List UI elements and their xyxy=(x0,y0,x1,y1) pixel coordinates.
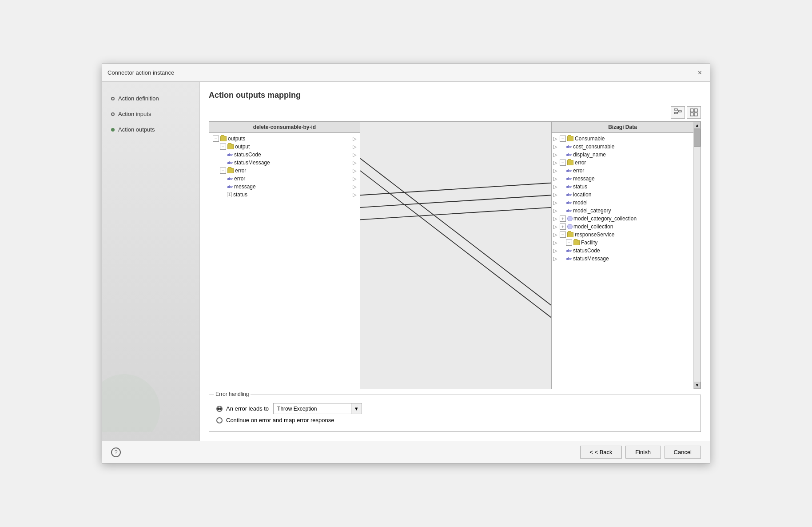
rt-cost_consumable: ▷ abc cost_consumable xyxy=(552,143,693,151)
arr-rt-sm2: ▷ xyxy=(553,256,559,262)
folder-icon-outputs xyxy=(220,136,227,141)
abc-rt-sc2: abc xyxy=(566,248,572,253)
label-message: message xyxy=(234,184,256,190)
abc-rt-location: abc xyxy=(566,192,572,197)
sidebar: Action definition Action inputs Action o… xyxy=(102,82,200,441)
error-row-2: Continue on error and map error response xyxy=(216,417,693,423)
arrow-statusMessage: ▷ xyxy=(353,160,358,166)
error-row-1: An error leads to Throw Exception ▾ xyxy=(216,403,693,414)
arr-rt-Facility: ▷ xyxy=(553,240,559,246)
sidebar-item-action-definition[interactable]: Action definition xyxy=(102,91,199,106)
footer-left: ? xyxy=(111,447,121,457)
folder-icon-output xyxy=(227,144,234,149)
content-area: Action definition Action inputs Action o… xyxy=(102,82,710,441)
toolbar-btn-1[interactable] xyxy=(671,106,685,119)
tree-item-outputs: − outputs ▷ xyxy=(209,135,360,143)
rt-message: ▷ abc message xyxy=(552,175,693,183)
right-panel: Bizagi Data ▷ − Consumable ▷ xyxy=(551,122,693,389)
svg-rect-6 xyxy=(694,109,697,112)
exp-rt-rs[interactable]: − xyxy=(560,232,566,238)
help-button[interactable]: ? xyxy=(111,447,121,457)
arr-cost: ▷ xyxy=(553,144,559,150)
arrow-error: ▷ xyxy=(353,168,358,174)
exp-rt-mc[interactable]: + xyxy=(560,224,566,230)
scroll-thumb[interactable] xyxy=(694,129,701,147)
exp-rt-Facility[interactable]: − xyxy=(566,240,572,246)
scroll-up-btn[interactable]: ▲ xyxy=(694,122,701,129)
finish-button[interactable]: Finish xyxy=(625,446,661,459)
label-error: error xyxy=(235,168,246,174)
sidebar-bullet-2 xyxy=(111,112,115,116)
radio-an-error[interactable] xyxy=(216,406,223,412)
dialog: Connector action instance × Action defin… xyxy=(102,64,710,463)
coll-icon-mcc xyxy=(567,216,573,221)
mapping-inner: delete-consumable-by-id − outputs ▷ xyxy=(209,122,701,389)
arr-rt-mcc: ▷ xyxy=(553,216,559,222)
rt-Facility: ▷ − Facility xyxy=(552,239,693,247)
dropdown-arrow[interactable]: ▾ xyxy=(351,403,362,414)
svg-rect-0 xyxy=(674,109,677,110)
throw-exception-dropdown[interactable]: Throw Exception ▾ xyxy=(273,403,362,414)
arr-rt-rs: ▷ xyxy=(553,232,559,238)
error-handling-section: Error handling An error leads to Throw E… xyxy=(209,395,701,432)
abc-icon-message: abc xyxy=(227,184,233,189)
abc-cost: abc xyxy=(566,144,572,149)
title-bar: Connector action instance × xyxy=(102,64,710,82)
svg-line-9 xyxy=(360,159,551,306)
cancel-button[interactable]: Cancel xyxy=(665,446,701,459)
watermark-circle xyxy=(102,374,160,432)
label-outputs: outputs xyxy=(228,136,245,142)
svg-line-12 xyxy=(360,195,551,208)
label-rt-model: model xyxy=(573,200,588,206)
rt-model: ▷ abc model xyxy=(552,199,693,207)
expand-error[interactable]: − xyxy=(220,168,226,174)
rt-statusMessage2: ▷ abc statusMessage xyxy=(552,255,693,263)
expand-outputs[interactable]: − xyxy=(213,136,219,142)
tree-item-status: 1 status ▷ xyxy=(209,191,360,199)
dialog-title: Connector action instance xyxy=(107,69,174,76)
tree-item-message: abc message ▷ xyxy=(209,183,360,191)
sidebar-watermark xyxy=(102,137,199,432)
toolbar-btn-2[interactable] xyxy=(687,106,701,119)
tree-item-statusCode: abc statusCode ▷ xyxy=(209,151,360,159)
exp-Consumable[interactable]: − xyxy=(560,136,566,142)
rt-Consumable: ▷ − Consumable xyxy=(552,135,693,143)
mapping-area: delete-consumable-by-id − outputs ▷ xyxy=(209,121,701,389)
mapping-icon xyxy=(674,108,682,116)
label-rt-status: status xyxy=(573,184,587,190)
svg-line-11 xyxy=(360,183,551,196)
sidebar-item-action-inputs[interactable]: Action inputs xyxy=(102,106,199,122)
arr-rt-error2: ▷ xyxy=(553,168,559,174)
label-rt-error2: error xyxy=(573,168,584,174)
label-rt-message: message xyxy=(573,176,595,182)
exp-rt-mcc[interactable]: + xyxy=(560,216,566,222)
abc-icon-statusCode: abc xyxy=(227,152,233,157)
middle-canvas xyxy=(360,122,551,389)
svg-rect-1 xyxy=(678,111,681,112)
close-button[interactable]: × xyxy=(695,68,705,77)
error-option1-label: An error leads to xyxy=(226,405,269,412)
exp-rt-error[interactable]: − xyxy=(560,160,566,166)
dropdown-arrow-icon: ▾ xyxy=(355,405,358,412)
label-rt-Facility: Facility xyxy=(581,240,597,246)
sidebar-item-action-outputs[interactable]: Action outputs xyxy=(102,122,199,137)
footer-buttons: < < Back Finish Cancel xyxy=(580,446,701,459)
sidebar-bullet-1 xyxy=(111,97,115,100)
radio-continue-error[interactable] xyxy=(216,417,223,423)
back-button[interactable]: < < Back xyxy=(580,446,621,459)
abc-rt-model: abc xyxy=(566,200,572,205)
folder-rt-rs xyxy=(567,232,573,237)
folder-rt-Facility xyxy=(573,240,580,245)
main-panel: Action outputs mapping xyxy=(200,82,710,441)
left-panel-body: − outputs ▷ − output ▷ xyxy=(209,133,360,389)
expand-output[interactable]: − xyxy=(220,144,226,150)
scroll-down-btn[interactable]: ▼ xyxy=(694,382,701,389)
dropdown-value: Throw Exception xyxy=(274,404,351,414)
abc-rt-message: abc xyxy=(566,176,572,181)
arrow-statusCode: ▷ xyxy=(353,152,358,158)
label-rt-sm2: statusMessage xyxy=(573,256,609,262)
abc-icon-error2: abc xyxy=(227,176,233,181)
right-panel-body: ▷ − Consumable ▷ abc cost_consumable xyxy=(552,133,693,389)
sidebar-label-1: Action definition xyxy=(118,95,159,102)
svg-rect-5 xyxy=(690,109,693,112)
